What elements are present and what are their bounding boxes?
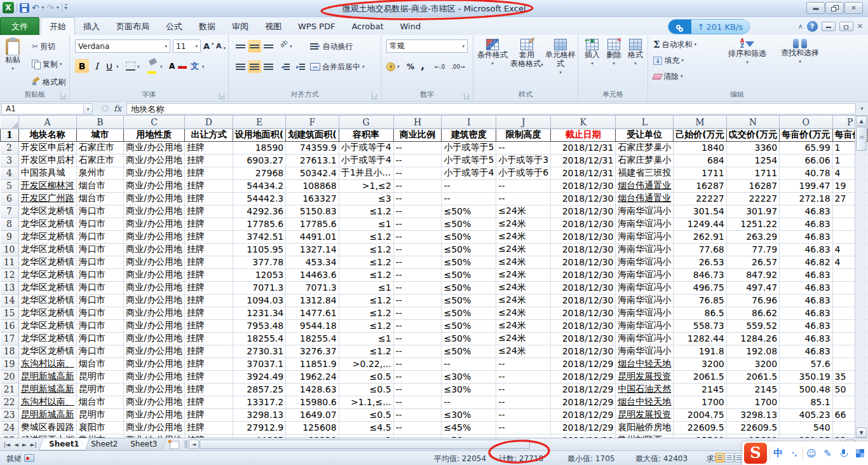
cell[interactable]: 龙华区龙桥镇	[18, 345, 76, 357]
cell[interactable]: --	[393, 396, 442, 408]
cell[interactable]: 497.47	[726, 281, 779, 294]
cell[interactable]: ≤50%	[442, 319, 496, 332]
cell[interactable]: 商业/办公用地	[124, 243, 185, 256]
decrease-indent-button[interactable]: ◂	[278, 60, 292, 73]
help-icon[interactable]: ?	[807, 21, 818, 32]
cell[interactable]: 15980.6	[286, 396, 339, 408]
cell[interactable]: 559.52	[726, 319, 779, 332]
cell[interactable]: 17785.6	[233, 218, 285, 230]
cell[interactable]: 商业/办公用地	[124, 319, 185, 332]
cell[interactable]: 3298.13	[233, 408, 285, 421]
cell[interactable]: --	[393, 205, 442, 218]
cell[interactable]: 1428.63	[286, 383, 339, 396]
cell[interactable]: ≤24米	[496, 319, 551, 332]
cell[interactable]: 东沟村以南、	[18, 357, 76, 370]
cell[interactable]: 福建省三班投	[616, 167, 674, 179]
cell[interactable]: ≤1.2	[339, 307, 393, 319]
ime-punctuation-toggle[interactable]: ·,	[787, 449, 803, 457]
cell[interactable]: 商业/办公用地	[124, 230, 185, 243]
fill-dropdown-icon[interactable]: ▾	[160, 64, 163, 69]
cell[interactable]: ≤45%	[442, 421, 496, 434]
next-sheet-icon[interactable]: ►	[21, 441, 28, 448]
cell[interactable]: 54442.3	[233, 192, 285, 205]
cell[interactable]: 挂牌	[184, 396, 233, 408]
prev-sheet-icon[interactable]: ◄	[13, 441, 20, 448]
cell[interactable]: --	[393, 256, 442, 268]
cell[interactable]: 3360	[726, 141, 779, 154]
cell[interactable]: 46.83	[780, 307, 832, 319]
cell[interactable]: 22227	[726, 192, 779, 205]
cell[interactable]: ≤50%	[442, 307, 496, 319]
phonetic-button[interactable]: 文	[191, 59, 199, 72]
cell[interactable]: 2018/12/30	[551, 230, 616, 243]
bold-button[interactable]: B	[75, 59, 89, 73]
cell[interactable]: 海口市	[76, 332, 124, 345]
ribbon-tab-4[interactable]: 公式	[158, 18, 191, 36]
cell[interactable]: --	[496, 192, 551, 205]
column-header-G[interactable]: G	[339, 116, 393, 128]
row-header-2[interactable]: 2	[1, 141, 19, 154]
cell[interactable]: 496.75	[674, 281, 726, 294]
cell[interactable]: --	[393, 154, 442, 167]
find-select-button[interactable]: 查找和选择▾	[775, 39, 825, 66]
cell[interactable]: 125608	[286, 421, 339, 434]
cell[interactable]: 3742.51	[233, 230, 285, 243]
cell[interactable]: ≤1.2	[339, 294, 393, 307]
cell[interactable]: 商业/办公用地	[124, 332, 185, 345]
row-header-16[interactable]: 16	[1, 319, 19, 332]
cell[interactable]: 挂牌	[184, 421, 233, 434]
column-header-O[interactable]: O	[780, 116, 832, 128]
restore-button[interactable]	[825, 2, 844, 14]
cell[interactable]: 1284.26	[726, 332, 779, 345]
cell[interactable]: 1327.14	[286, 243, 339, 256]
cell[interactable]: 烟台市	[76, 179, 124, 192]
cell[interactable]: 石家庄市	[76, 154, 124, 167]
cell[interactable]: ≤1	[339, 332, 393, 345]
cell[interactable]: 海南华谊冯小	[616, 345, 674, 357]
cell[interactable]: ≤1	[339, 218, 393, 230]
cell[interactable]: --	[393, 383, 442, 396]
cell[interactable]: 襄阳融侨房地	[616, 421, 674, 434]
cell[interactable]: 海南华谊冯小	[616, 319, 674, 332]
cell[interactable]: 684	[674, 154, 726, 167]
cell[interactable]: 46.83	[780, 205, 832, 218]
row-header-8[interactable]: 8	[1, 218, 19, 230]
cell[interactable]: 商业/办公用地	[124, 256, 185, 268]
ribbon-tab-1[interactable]: 开始	[41, 17, 75, 36]
cell[interactable]: 1094.03	[233, 294, 285, 307]
cell[interactable]: ≤0.5	[339, 383, 393, 396]
cell[interactable]: 挂牌	[184, 281, 233, 294]
doc-restore-button[interactable]	[839, 22, 853, 31]
close-button[interactable]: ✕	[844, 2, 863, 14]
header-cell[interactable]: 容积率	[339, 128, 393, 141]
cell[interactable]: 挂牌	[184, 332, 233, 345]
minimize-button[interactable]	[806, 2, 825, 14]
cell[interactable]: 海口市	[76, 345, 124, 357]
cell[interactable]: 泉州市	[76, 167, 124, 179]
ribbon-tab-6[interactable]: 审阅	[224, 18, 257, 36]
column-header-D[interactable]: D	[184, 116, 233, 128]
cell[interactable]: 13317.2	[233, 396, 285, 408]
column-header-F[interactable]: F	[286, 116, 339, 128]
fill-color-button[interactable]	[147, 59, 156, 76]
cell[interactable]: ≤1.2	[339, 230, 393, 243]
doc-minimize-button[interactable]	[822, 22, 836, 31]
cell[interactable]: 12053	[233, 268, 285, 281]
cell[interactable]: 挂牌	[184, 167, 233, 179]
cell[interactable]: --	[393, 307, 442, 319]
cell[interactable]: 石家庄梦巢小	[616, 141, 674, 154]
cell[interactable]: --	[393, 230, 442, 243]
cell[interactable]: 37037.1	[233, 357, 285, 370]
sheet-tab-Sheet1[interactable]: Sheet1	[39, 438, 90, 450]
normal-view-button[interactable]	[715, 453, 724, 462]
cell[interactable]: 小于或等于4	[339, 141, 393, 154]
align-center-button[interactable]	[248, 60, 261, 73]
row-header-18[interactable]: 18	[1, 345, 19, 357]
cell[interactable]: 商业/办公用地	[124, 281, 185, 294]
cell[interactable]: ≤30%	[442, 408, 496, 421]
header-cell[interactable]: 每亩价(万元	[780, 128, 832, 141]
ime-language-toggle[interactable]: 中	[770, 447, 787, 459]
cell[interactable]: 2018/12/30	[551, 256, 616, 268]
cell[interactable]: 27968	[233, 167, 285, 179]
cell[interactable]: 龙华区龙桥镇	[18, 205, 76, 218]
